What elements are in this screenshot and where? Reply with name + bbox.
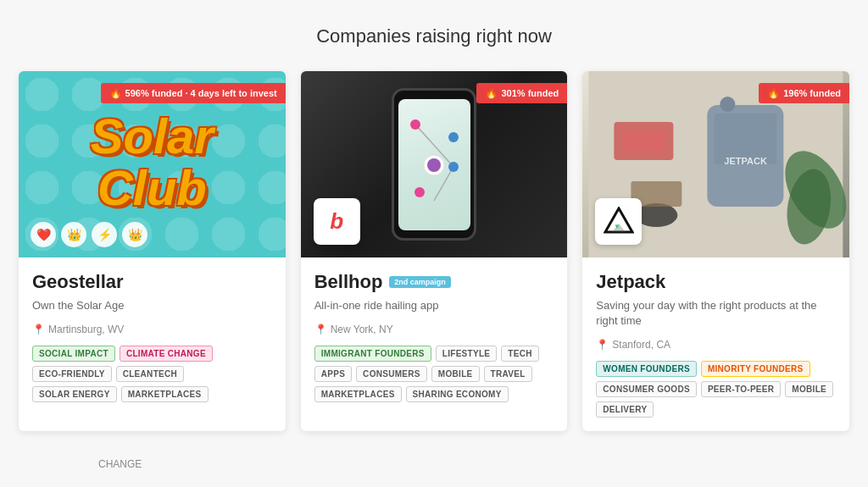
tag-sharing-economy[interactable]: SHARING ECONOMY <box>406 386 509 402</box>
company-name-geostellar: Geostellar <box>32 271 272 293</box>
svg-point-5 <box>448 132 459 142</box>
location-pin-icon-jetpack: 📍 <box>596 339 609 351</box>
tag-marketplaces-geo[interactable]: MARKETPLACES <box>121 386 209 402</box>
tag-mobile-bellhop[interactable]: MOBILE <box>431 366 480 382</box>
svg-point-3 <box>427 158 441 172</box>
heart-icon: ❤️ <box>31 222 56 247</box>
card-jetpack[interactable]: JETPACK <box>582 71 849 431</box>
bellhop-logo-badge: b <box>314 198 360 245</box>
tags-jetpack: WOMEN FOUNDERS MINORITY FOUNDERS CONSUME… <box>596 361 836 418</box>
jetpack-logo-badge: ▼ <box>595 198 642 245</box>
tags-geostellar: SOCIAL IMPACT CLIMATE CHANGE ECO-FRIENDL… <box>32 346 272 402</box>
tag-consumers[interactable]: CONSUMERS <box>356 366 427 382</box>
jetpack-logo-svg: ▼ <box>604 207 634 237</box>
tag-cleantech[interactable]: CLEANTECH <box>116 366 184 382</box>
crown-icon: 👑 <box>61 222 86 247</box>
tag-climate-change[interactable]: CLIMATE CHANGE <box>120 346 213 362</box>
card-image-bellhop: b 🔥 301% funded <box>301 71 568 257</box>
location-pin-icon: 📍 <box>32 324 45 335</box>
change-link[interactable]: CHANGE <box>98 458 142 470</box>
location-pin-icon-bellhop: 📍 <box>314 324 327 335</box>
company-name-jetpack: Jetpack <box>596 271 836 293</box>
flame-icon: 🔥 <box>109 87 122 99</box>
crown2-icon: 👑 <box>122 222 147 247</box>
card-geostellar[interactable]: SolarClub ❤️ 👑 ⚡ 👑 🔥 596% funded · 4 day… <box>19 71 286 431</box>
tag-travel[interactable]: TRAVEL <box>484 366 532 382</box>
svg-point-7 <box>415 187 425 197</box>
funding-badge-jetpack: 🔥 196% funded <box>759 83 849 103</box>
tag-immigrant-founders[interactable]: IMMIGRANT FOUNDERS <box>314 346 431 362</box>
card-image-jetpack: JETPACK <box>582 71 849 257</box>
tag-delivery[interactable]: DELIVERY <box>596 401 654 418</box>
svg-point-13 <box>636 203 678 227</box>
svg-rect-10 <box>721 97 736 112</box>
location-geostellar: 📍 Martinsburg, WV <box>32 324 272 335</box>
geostellar-icons: ❤️ 👑 ⚡ 👑 <box>31 222 147 247</box>
funding-badge-bellhop: 🔥 301% funded <box>476 83 567 103</box>
lightning-icon: ⚡ <box>92 222 117 247</box>
card-body-geostellar: Geostellar Own the Solar Age 📍 Martinsbu… <box>19 257 286 416</box>
cards-container: SolarClub ❤️ 👑 ⚡ 👑 🔥 596% funded · 4 day… <box>19 71 849 431</box>
svg-text:▼: ▼ <box>614 223 620 230</box>
tag-tech[interactable]: TECH <box>501 346 538 362</box>
location-jetpack: 📍 Stanford, CA <box>596 339 836 351</box>
company-name-bellhop: Bellhop 2nd campaign <box>314 271 554 293</box>
tag-apps[interactable]: APPS <box>314 366 352 382</box>
tag-consumer-goods[interactable]: CONSUMER GOODS <box>596 381 697 397</box>
svg-point-4 <box>410 119 420 130</box>
tagline-bellhop: All-in-one ride hailing app <box>314 298 554 313</box>
tag-marketplaces-bellhop[interactable]: MARKETPLACES <box>314 386 402 402</box>
tag-mobile-jetpack[interactable]: MOBILE <box>785 381 833 397</box>
tag-lifestyle[interactable]: LIFESTYLE <box>436 346 498 362</box>
card-bellhop[interactable]: b 🔥 301% funded Bellhop 2nd campaign All… <box>301 71 568 431</box>
tagline-jetpack: Saving your day with the right products … <box>596 298 836 329</box>
tag-eco-friendly[interactable]: ECO-FRIENDLY <box>32 366 112 382</box>
card-body-bellhop: Bellhop 2nd campaign All-in-one ride hai… <box>301 257 568 416</box>
card-body-jetpack: Jetpack Saving your day with the right p… <box>582 257 849 431</box>
svg-rect-15 <box>623 130 665 152</box>
campaign-badge-bellhop: 2nd campaign <box>389 276 451 288</box>
tag-social-impact[interactable]: SOCIAL IMPACT <box>32 346 115 362</box>
phone-shape <box>392 88 476 241</box>
map-dots <box>398 99 470 230</box>
card-image-geostellar: SolarClub ❤️ 👑 ⚡ 👑 🔥 596% funded · 4 day… <box>19 71 286 257</box>
page-title: Companies raising right now <box>17 25 851 47</box>
location-bellhop: 📍 New York, NY <box>314 324 554 335</box>
tagline-geostellar: Own the Solar Age <box>32 298 272 313</box>
tag-minority-founders[interactable]: MINORITY FOUNDERS <box>701 361 810 377</box>
tags-bellhop: IMMIGRANT FOUNDERS LIFESTYLE TECH APPS C… <box>314 346 554 402</box>
geostellar-logo: SolarClub <box>91 111 214 214</box>
svg-text:JETPACK: JETPACK <box>725 156 768 166</box>
tag-solar-energy[interactable]: SOLAR ENERGY <box>32 386 117 402</box>
tag-women-founders[interactable]: WOMEN FOUNDERS <box>596 361 697 377</box>
flame-icon-bellhop: 🔥 <box>485 87 498 99</box>
flame-icon-jetpack: 🔥 <box>767 87 780 99</box>
svg-point-6 <box>448 162 459 172</box>
tag-peer-to-peer[interactable]: PEER-TO-PEER <box>701 381 781 397</box>
funding-badge-geostellar: 🔥 596% funded · 4 days left to invest <box>101 83 286 103</box>
